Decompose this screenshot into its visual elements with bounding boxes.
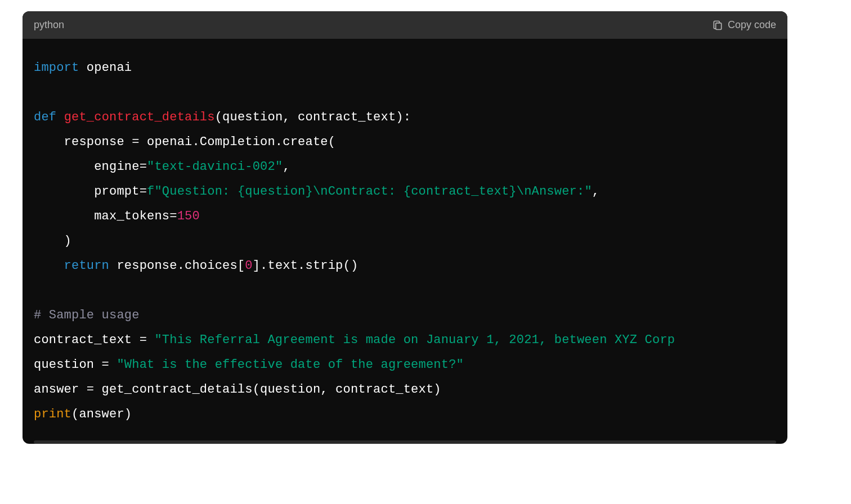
comment: # Sample usage (34, 308, 140, 322)
string-literal: "Question: {question}\nContract: {contra… (154, 184, 592, 199)
keyword-import: import (34, 61, 79, 75)
keyword-def: def (34, 110, 56, 124)
keyword-return: return (64, 259, 109, 273)
string-literal: "This Referral Agreement is made on Janu… (154, 333, 675, 347)
horizontal-scrollbar[interactable] (34, 440, 776, 444)
svg-rect-0 (716, 22, 722, 29)
code-body[interactable]: import openai def get_contract_details(q… (23, 39, 787, 440)
string-literal: "What is the effective date of the agree… (117, 358, 464, 372)
number-literal: 150 (177, 209, 200, 223)
code-header: python Copy code (23, 11, 787, 39)
function-name: get_contract_details (64, 110, 215, 124)
string-literal: "text-davinci-002" (147, 160, 283, 174)
copy-code-button[interactable]: Copy code (712, 19, 776, 31)
copy-code-label: Copy code (728, 19, 776, 31)
clipboard-icon (712, 20, 723, 31)
builtin-print: print (34, 407, 71, 421)
language-label: python (34, 19, 64, 31)
code-content: import openai def get_contract_details(q… (34, 56, 776, 427)
code-block: python Copy code import openai def get_c… (23, 11, 787, 444)
